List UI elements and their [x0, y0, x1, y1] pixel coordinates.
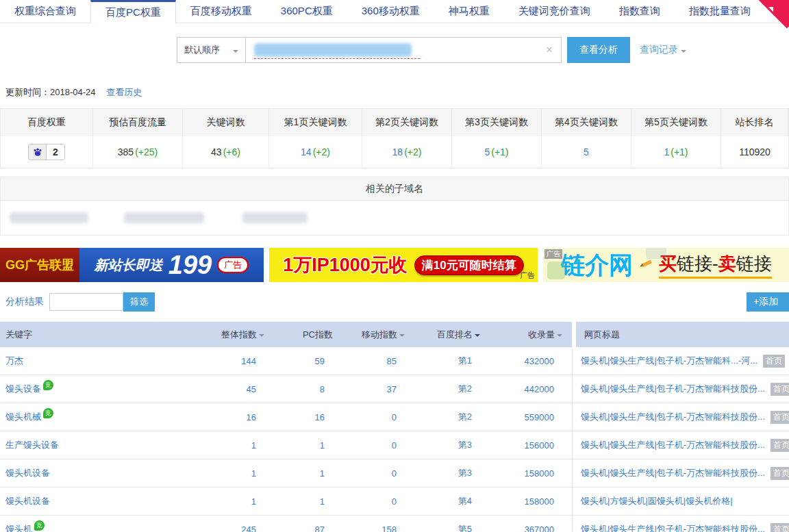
metric-delta: (+1)	[671, 147, 688, 157]
metric-value: 5	[584, 147, 589, 157]
table-row: 馒头设备 竞 45 8 37 第2 442000 馒头机|馒头生产线|包子机-万…	[0, 375, 789, 403]
bid-badge-icon: 竞	[34, 520, 45, 531]
tab[interactable]: 360移动权重	[347, 0, 434, 23]
indexed-count-value: 442000	[490, 375, 572, 403]
baidu-weight-value: 2	[47, 144, 64, 160]
col-header-baidu-rank[interactable]: 百度排名	[414, 322, 490, 347]
filter-input[interactable]	[49, 293, 123, 311]
tab[interactable]: 指数批量查询	[675, 0, 765, 23]
keyword-link[interactable]: 万杰	[5, 355, 23, 367]
bid-badge-icon: 竞	[43, 408, 53, 418]
mobile-index-value: 0	[342, 431, 414, 459]
ad-headline: 1万IP1000元收	[283, 253, 408, 277]
mobile-index-value: 0	[342, 487, 414, 515]
page-title-link[interactable]: 馒头机|馒头生产线|包子机-万杰智能科...-河...	[581, 355, 757, 367]
pc-index-value: 59	[274, 347, 342, 375]
tab-label: 360移动权重	[362, 5, 420, 18]
mobile-index-value: 37	[342, 375, 414, 403]
ad-sell: 卖	[718, 253, 736, 274]
summary-value-cell: 43 (+6)	[183, 136, 269, 168]
summary-header-cell: 预估百度流量	[93, 109, 183, 136]
col-header-label: 网页标题	[584, 329, 620, 341]
bid-badge-icon: 竞	[43, 380, 53, 390]
overall-index-value: 1	[205, 431, 274, 459]
redacted-subdomain[interactable]	[242, 212, 308, 223]
summary-table: 百度权重 预估百度流量 关键词数 第1页关键词数 第2页关键词数 第3页关键词数…	[0, 108, 789, 168]
subdomain-title: 相关的子域名	[1, 177, 788, 201]
tab[interactable]: 权重综合查询	[0, 0, 90, 23]
pc-index-value: 16	[274, 403, 342, 431]
url-input[interactable]: ×	[245, 37, 562, 63]
page-title-link[interactable]: 馒头机|馒头生产线|包子机-万杰智能科技股份...	[581, 383, 765, 395]
summary-header-cell: 第5页关键词数	[631, 109, 721, 136]
sort-order-value: 默认顺序	[184, 44, 220, 56]
filter-button[interactable]: 筛选	[123, 292, 155, 312]
ad-banner-links[interactable]: 广告 链介网 买链接-卖链接	[543, 248, 789, 282]
tab[interactable]: 百度PC权重	[90, 0, 176, 23]
overall-index-value: 144	[205, 347, 274, 375]
ad-tag: 广告	[217, 257, 249, 273]
query-history-dropdown[interactable]: 查询记录	[640, 44, 686, 56]
tab[interactable]: 神马权重	[434, 0, 504, 23]
col-header-indexed[interactable]: 收录量	[490, 322, 572, 347]
col-header-overall-index[interactable]: 整体指数	[205, 322, 274, 347]
ad-banner-ip[interactable]: 1万IP1000元收 满10元可随时结算 广告	[269, 248, 538, 282]
metric-delta: (+1)	[491, 147, 508, 157]
indexed-count-value: 432000	[490, 347, 572, 375]
keyword-link[interactable]: 馒头设备	[5, 383, 41, 395]
clear-icon[interactable]: ×	[546, 43, 553, 57]
summary-header-cell: 第4页关键词数	[542, 109, 631, 136]
overall-index-value: 45	[205, 375, 274, 403]
keyword-link[interactable]: 生产馒头设备	[5, 439, 59, 451]
page-title-link[interactable]: 馒头机|馒头生产线|包子机-万杰智能科技股份...	[581, 439, 765, 451]
page-title-link[interactable]: 馒头机|馒头生产线|包子机-万杰智能科技股份...	[581, 467, 765, 479]
overall-index-value: 245	[205, 516, 274, 532]
page-title-link[interactable]: 馒头机|方馒头机|圆馒头机|馒头机价格|	[581, 495, 733, 507]
ad-brand: GG广告联盟	[0, 248, 79, 282]
col-header-label: PC指数	[303, 329, 333, 341]
page-title-link[interactable]: 馒头机|馒头生产线|包子机-万杰智能科技股份...	[581, 523, 765, 532]
metric-value: 43	[211, 147, 222, 157]
subdomain-list	[1, 201, 788, 235]
add-button[interactable]: +添加	[747, 292, 789, 312]
overall-index-value: 1	[205, 487, 274, 515]
keyword-link[interactable]: 馒头机	[5, 523, 32, 532]
col-header-mobile-index[interactable]: 移动指数	[342, 322, 414, 347]
page-title-link[interactable]: 馒头机|馒头生产线|包子机-万杰智能科技股份...	[581, 411, 765, 423]
analyze-button[interactable]: 查看分析	[567, 37, 630, 63]
view-history-link[interactable]: 查看历史	[106, 87, 142, 97]
redacted-subdomain[interactable]	[10, 212, 88, 223]
col-header-keyword[interactable]: 关键字	[0, 322, 205, 347]
baidu-weight-cell: 2	[1, 136, 93, 168]
ad-brand: 链介网	[561, 249, 633, 281]
keyword-link[interactable]: 馒头机设备	[5, 495, 50, 507]
tab-bar: 权重综合查询 百度PC权重 百度移动权重 360PC权重 360移动权重 神马权…	[0, 0, 789, 23]
tab[interactable]: 360PC权重	[266, 0, 347, 23]
keyword-link[interactable]: 馒头机械	[5, 411, 41, 423]
sort-order-select[interactable]: 默认顺序	[177, 37, 245, 63]
col-header-label: 百度排名	[437, 329, 473, 341]
tab[interactable]: 关键词竞价查询	[504, 0, 605, 23]
tab[interactable]: 指数查询	[605, 0, 675, 23]
homepage-badge: 首页	[771, 411, 789, 424]
homepage-badge: 首页	[763, 355, 785, 368]
metric-delta: (+2)	[313, 147, 330, 157]
subdomain-section: 相关的子域名	[0, 177, 789, 236]
analysis-result-label: 分析结果	[5, 296, 44, 308]
keyword-link[interactable]: 馒头机设备	[5, 467, 50, 479]
tab[interactable]: 百度移动权重	[176, 0, 266, 23]
ad-banner-gg[interactable]: GG广告联盟 新站长即送 199 广告	[0, 248, 264, 282]
col-header-pc-index[interactable]: PC指数	[274, 322, 342, 347]
indexed-count-value: 559000	[490, 403, 572, 431]
ad-tag: 广告	[520, 270, 535, 281]
homepage-badge: 首页	[771, 383, 789, 396]
baidu-paw-icon	[29, 144, 47, 160]
metric-delta: (+2)	[404, 147, 421, 157]
ad-slogan: 新站长即送	[95, 256, 163, 275]
redacted-subdomain[interactable]	[124, 212, 204, 223]
metric-value: 385	[118, 147, 134, 157]
page-root: 权重综合查询 百度PC权重 百度移动权重 360PC权重 360移动权重 神马权…	[0, 0, 789, 532]
sort-arrow-icon	[475, 334, 480, 340]
table-row: 万杰 144 59 85 第1 432000 馒头机|馒头生产线|包子机-万杰智…	[0, 347, 789, 375]
search-bar: 默认顺序 × 查看分析 查询记录	[177, 37, 789, 63]
